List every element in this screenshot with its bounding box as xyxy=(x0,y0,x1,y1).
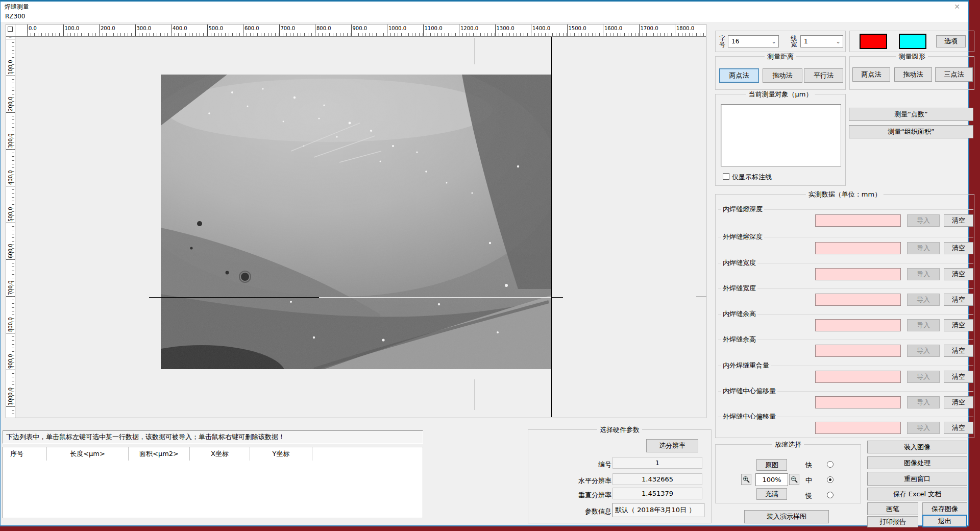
import-button[interactable]: 导入 xyxy=(907,422,940,434)
import-button[interactable]: 导入 xyxy=(907,242,940,254)
ruler-tick-label: 1100.0 xyxy=(425,26,443,31)
load-image-button[interactable]: 装入图像 xyxy=(867,441,967,453)
current-object-group: 当前测量对象（μm） 仅显示标注线 xyxy=(715,94,846,186)
import-button[interactable]: 导入 xyxy=(907,396,940,408)
exit-button[interactable]: 退出 xyxy=(922,515,967,527)
clear-button[interactable]: 清空 xyxy=(944,268,973,280)
import-button[interactable]: 导入 xyxy=(907,214,940,227)
ruler-tick-label: 900.0 xyxy=(8,354,13,369)
font-size-select[interactable]: 16 ⌄ xyxy=(728,35,779,47)
ruler-tick-label: 200.0 xyxy=(101,26,115,31)
measure-circle-title: 测量圆形 xyxy=(896,52,928,61)
field-label: 垂直分辨率 xyxy=(566,491,611,500)
clear-button[interactable]: 清空 xyxy=(944,242,973,254)
zoom-value-field[interactable]: 100% xyxy=(755,473,788,486)
field-label: 编号 xyxy=(588,460,611,469)
row-value-field[interactable] xyxy=(815,371,901,383)
pen-button[interactable]: 画笔 xyxy=(867,502,918,515)
canvas-body[interactable] xyxy=(15,37,706,418)
ruler-tick-label: 500.0 xyxy=(8,207,13,222)
row-value-field[interactable] xyxy=(815,345,901,357)
import-button[interactable]: 导入 xyxy=(907,345,940,357)
annotation-hline-on-image xyxy=(319,297,551,298)
current-object-list[interactable] xyxy=(721,104,841,166)
circle-two-point-button[interactable]: 两点法 xyxy=(852,67,890,82)
secondary-color-swatch[interactable] xyxy=(899,34,926,49)
measure-distance-title: 测量距离 xyxy=(765,52,796,61)
zoom-in-icon[interactable] xyxy=(741,474,751,485)
annotation-hline-right xyxy=(552,297,563,298)
row-label: 内焊缝中心偏移量 xyxy=(721,387,777,396)
import-button[interactable]: 导入 xyxy=(907,371,940,383)
image-process-button[interactable]: 图像处理 xyxy=(867,456,967,469)
speed-slow-radio[interactable] xyxy=(827,492,834,498)
save-excel-button[interactable]: 保存 Excel 文档 xyxy=(867,488,967,500)
line-width-select[interactable]: 1 ⌄ xyxy=(800,35,843,47)
close-icon[interactable]: ✕ xyxy=(952,2,962,11)
fit-button[interactable]: 充满 xyxy=(756,488,787,500)
row-value-field[interactable] xyxy=(815,294,901,306)
image-canvas: 0.0100.0200.0300.0400.0500.0600.0700.080… xyxy=(6,24,706,418)
clear-button[interactable]: 清空 xyxy=(944,396,973,408)
font-size-label: 字号 xyxy=(719,35,726,47)
row-value-field[interactable] xyxy=(815,396,901,408)
redraw-window-button[interactable]: 重画窗口 xyxy=(867,472,967,486)
original-size-button[interactable]: 原图 xyxy=(756,459,787,471)
primary-color-swatch[interactable] xyxy=(860,34,887,49)
only-annotation-checkbox[interactable] xyxy=(723,173,729,180)
distance-two-point-button[interactable]: 两点法 xyxy=(719,68,759,83)
ruler-tick-label: 800.0 xyxy=(8,317,13,332)
clear-button[interactable]: 清空 xyxy=(944,294,973,306)
speed-fast-radio[interactable] xyxy=(827,461,834,468)
column-header-y: Y坐标 xyxy=(250,447,312,461)
serial-number-field[interactable]: 1 xyxy=(612,457,702,469)
row-value-field[interactable] xyxy=(815,422,901,434)
vertical-resolution-field[interactable]: 1.451379 xyxy=(612,488,702,499)
ruler-tick-label: 200.0 xyxy=(8,96,13,111)
title-bar: 焊缝测量 ✕ xyxy=(1,2,968,12)
horizontal-resolution-field[interactable]: 1.432665 xyxy=(612,473,702,485)
app-window: 焊缝测量 ✕ RZ300 0.0100.0200.0300.0400.0500.… xyxy=(0,0,969,526)
measured-data-title: 实测数据（单位：mm） xyxy=(806,190,884,199)
measured-row: 外焊缝熔深度 导入 清空 xyxy=(718,232,974,256)
row-value-field[interactable] xyxy=(815,268,901,280)
row-value-field[interactable] xyxy=(815,319,901,331)
clear-button[interactable]: 清空 xyxy=(944,214,973,227)
save-image-button[interactable]: 保存图像 xyxy=(922,502,967,515)
parameter-info-field[interactable]: 默认（ 2018年3月10日 ） xyxy=(612,503,704,517)
row-value-field[interactable] xyxy=(815,214,901,227)
data-table[interactable]: 序号 长度<μm> 面积<μm2> X坐标 Y坐标 xyxy=(3,447,423,518)
menu-item-rz300[interactable]: RZ300 xyxy=(5,13,25,20)
annotation-vline-right xyxy=(551,37,552,417)
row-label: 外焊缝中心偏移量 xyxy=(721,412,777,421)
speed-fast-label: 快 xyxy=(805,461,812,470)
print-report-button[interactable]: 打印报告 xyxy=(867,516,918,527)
options-button[interactable]: 选项 xyxy=(936,35,966,47)
import-button[interactable]: 导入 xyxy=(907,319,940,331)
zoom-out-icon[interactable] xyxy=(789,474,799,485)
clear-button[interactable]: 清空 xyxy=(944,345,973,357)
ruler-tick-label: 0.0 xyxy=(29,26,37,31)
circle-drag-button[interactable]: 拖动法 xyxy=(894,67,932,82)
load-demo-button[interactable]: 装入演示样图 xyxy=(744,510,829,523)
import-button[interactable]: 导入 xyxy=(907,294,940,306)
circle-three-point-button[interactable]: 三点法 xyxy=(935,67,973,82)
clear-button[interactable]: 清空 xyxy=(944,422,973,434)
import-button[interactable]: 导入 xyxy=(907,268,940,280)
ruler-tick-label: 1200.0 xyxy=(460,26,478,31)
clear-button[interactable]: 清空 xyxy=(944,319,973,331)
distance-parallel-button[interactable]: 平行法 xyxy=(804,68,843,83)
measure-area-button[interactable]: 测量“组织面积” xyxy=(849,125,973,138)
distance-drag-button[interactable]: 拖动法 xyxy=(763,68,802,83)
line-width-value: 1 xyxy=(801,38,834,45)
choose-resolution-button[interactable]: 选分辨率 xyxy=(646,439,698,452)
pen-settings-group: 字号 16 ⌄ 线宽 1 ⌄ xyxy=(715,31,846,52)
ruler-tick-label: 1600.0 xyxy=(604,26,622,31)
ruler-tick-label: 1800.0 xyxy=(676,26,694,31)
measure-points-button[interactable]: 测量“点数” xyxy=(849,108,973,121)
hardware-params-title: 选择硬件参数 xyxy=(597,425,642,435)
row-value-field[interactable] xyxy=(815,242,901,254)
speed-medium-radio[interactable] xyxy=(827,476,834,483)
zoom-panel-group: 放缩选择 原图 100% 充满 快 中 慢 xyxy=(715,444,861,503)
clear-button[interactable]: 清空 xyxy=(944,371,973,383)
